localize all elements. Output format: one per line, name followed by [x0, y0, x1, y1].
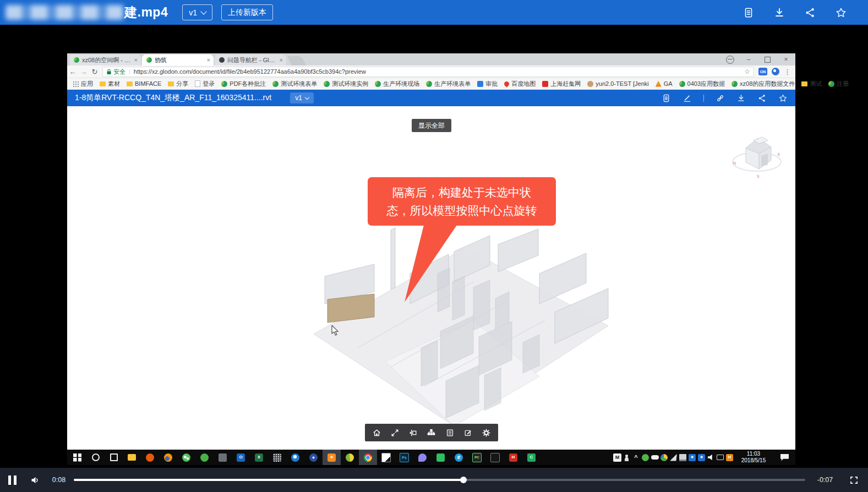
favorite-star-icon[interactable] — [778, 94, 788, 103]
bookmark-item[interactable]: 注册 — [825, 80, 852, 88]
notes-icon[interactable] — [743, 7, 755, 19]
taskbar-app[interactable]: ★ — [323, 450, 341, 465]
extension-icon[interactable] — [772, 68, 779, 75]
forward-icon[interactable]: → — [78, 68, 89, 76]
bookmark-star-icon[interactable]: ☆ — [744, 68, 750, 75]
tray-item[interactable] — [650, 450, 659, 465]
bookmark-item[interactable]: 应用 — [69, 80, 96, 88]
viewer-canvas[interactable]: 显示全部 — [67, 106, 795, 450]
progress-handle[interactable] — [460, 477, 467, 483]
model-version-select[interactable]: v1 — [290, 92, 314, 103]
taskbar-app[interactable] — [432, 450, 450, 465]
taskbar-app[interactable] — [304, 450, 323, 465]
bookmark-item[interactable]: 上海赶集网 — [539, 80, 584, 88]
new-tab-button[interactable] — [287, 56, 306, 65]
bookmark-item[interactable]: 测试 — [798, 80, 825, 88]
action-center-icon[interactable] — [780, 454, 789, 461]
taskbar-app[interactable] — [286, 450, 304, 465]
structure-tree-icon[interactable] — [427, 428, 436, 438]
video-stage[interactable]: xz08的空间啊 - 协筑 × 协筑 × 问题导航栏 - Glodon JIR … — [0, 25, 868, 468]
restore-button[interactable] — [758, 53, 777, 65]
bookmark-item[interactable]: 登录 — [192, 80, 218, 88]
show-all-button[interactable]: 显示全部 — [412, 119, 451, 132]
bookmark-item[interactable]: yun2.0-TEST [Jenki — [584, 80, 652, 87]
home-icon[interactable] — [372, 428, 381, 438]
tab-close-icon[interactable]: × — [280, 57, 283, 63]
bookmark-item[interactable]: 百度地图 — [501, 80, 539, 88]
version-select[interactable]: v1 — [182, 4, 212, 20]
tray-item[interactable] — [706, 450, 716, 465]
taskbar-app[interactable] — [141, 450, 159, 465]
download-icon[interactable] — [773, 7, 785, 19]
taskbar-app[interactable]: C — [522, 450, 541, 465]
bookmark-item[interactable]: xz08的应用数据文件 — [728, 80, 798, 88]
taskbar-app[interactable]: O — [232, 450, 250, 465]
taskbar-app[interactable] — [105, 450, 123, 465]
address-bar[interactable]: 安全 | https://xz.glodon.com/document/id/f… — [102, 67, 754, 77]
fullscreen-button[interactable] — [839, 468, 868, 492]
progress-bar[interactable] — [74, 468, 805, 492]
browser-tab-2-active[interactable]: 协筑 × — [142, 54, 214, 65]
bookmark-item[interactable]: 分享 — [165, 80, 192, 88]
tray-item[interactable]: ^ — [631, 450, 641, 465]
taskbar-app[interactable] — [268, 450, 286, 465]
model-3d[interactable] — [308, 221, 611, 436]
volume-button[interactable] — [24, 468, 46, 492]
bookmark-item[interactable]: 素材 — [96, 80, 123, 88]
taskbar-app[interactable]: PC — [468, 450, 486, 465]
tray-item[interactable] — [641, 450, 650, 465]
taskbar-app[interactable] — [341, 450, 359, 465]
markup-icon[interactable] — [463, 428, 473, 438]
taskbar-app[interactable] — [377, 450, 395, 465]
tray-item[interactable]: ★ — [697, 450, 706, 465]
bookmark-item[interactable]: PDF各种批注 — [218, 80, 269, 88]
profile-icon[interactable] — [720, 53, 739, 65]
taskbar-app[interactable]: X — [250, 450, 268, 465]
section-icon[interactable] — [408, 428, 418, 438]
bookmark-item[interactable]: 审批 — [474, 80, 501, 88]
browser-tab-3[interactable]: 问题导航栏 - Glodon JIR × — [215, 54, 286, 65]
browser-menu-icon[interactable]: ⋮ — [784, 68, 791, 76]
bookmark-item[interactable]: 生产环境现场 — [372, 80, 423, 88]
taskbar-app[interactable] — [86, 450, 105, 465]
tab-close-icon[interactable]: × — [134, 57, 138, 63]
reload-icon[interactable]: ↻ — [89, 68, 100, 76]
minimize-button[interactable]: – — [739, 53, 758, 65]
tray-item[interactable] — [678, 450, 687, 465]
tray-item[interactable]: ★ — [687, 450, 697, 465]
taskbar-app[interactable]: Ps — [395, 450, 413, 465]
list-icon[interactable] — [445, 428, 455, 438]
taskbar-app[interactable] — [159, 450, 177, 465]
back-icon[interactable]: ← — [67, 68, 78, 76]
bookmark-item[interactable]: 测试环境实例 — [320, 80, 372, 88]
extension-on-badge[interactable]: ON — [758, 68, 767, 75]
browser-tab-1[interactable]: xz08的空间啊 - 协筑 × — [69, 54, 141, 65]
taskbar-app[interactable]: H — [504, 450, 522, 465]
share-icon[interactable] — [804, 7, 816, 19]
tray-item[interactable]: H — [725, 450, 734, 465]
fit-view-icon[interactable] — [390, 428, 400, 438]
favorite-star-icon[interactable] — [835, 7, 847, 19]
pause-button[interactable] — [0, 468, 24, 492]
taskbar-app[interactable] — [214, 450, 232, 465]
close-button[interactable]: × — [777, 53, 795, 65]
upload-new-version-button[interactable]: 上传新版本 — [221, 4, 273, 20]
bookmark-item[interactable]: GA — [652, 80, 676, 87]
link-icon[interactable] — [716, 94, 725, 103]
taskbar-app[interactable] — [359, 450, 377, 465]
settings-gear-icon[interactable] — [482, 428, 491, 438]
taskbar-clock[interactable]: 11:03 2018/5/15 — [738, 451, 769, 464]
tray-item[interactable]: M — [613, 450, 622, 465]
taskbar-app[interactable] — [68, 450, 86, 465]
download-icon[interactable] — [736, 94, 746, 103]
share-icon[interactable] — [757, 94, 767, 103]
taskbar-app[interactable]: e — [450, 450, 468, 465]
taskbar-app[interactable] — [177, 450, 195, 465]
bookmark-item[interactable]: BIMFACE — [123, 80, 165, 87]
tray-item[interactable] — [716, 450, 725, 465]
tray-item[interactable] — [622, 450, 631, 465]
bookmark-item[interactable]: 生产环境表单 — [423, 80, 474, 88]
security-indicator[interactable]: 安全 — [106, 68, 125, 76]
taskbar-app[interactable] — [195, 450, 214, 465]
taskbar-app[interactable] — [486, 450, 504, 465]
